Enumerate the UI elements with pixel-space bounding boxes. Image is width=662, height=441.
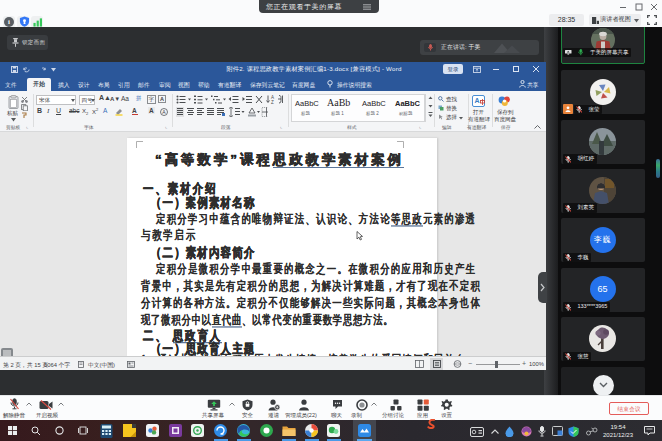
svg-text:Z: Z — [271, 100, 274, 105]
svg-text:A: A — [162, 109, 166, 115]
